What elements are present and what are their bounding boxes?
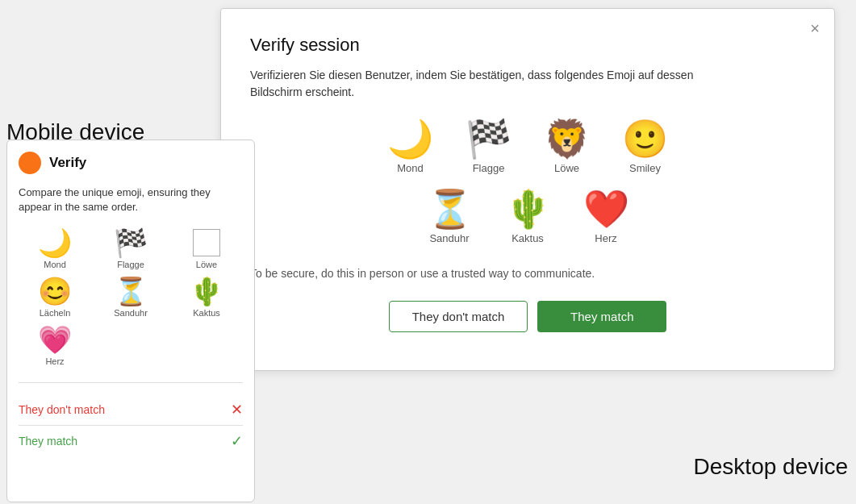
mobile-emoji-laecheln: 😊 Lächeln [19,277,91,318]
desktop-emoji-kaktus: 🌵 Kaktus [505,190,551,244]
desktop-emoji-flagge: 🏁 Flagge [466,120,512,174]
desktop-emoji-smiley: 🙂 Smiley [622,120,668,174]
desktop-emoji-herz: ❤️ Herz [583,190,629,244]
mobile-dont-match-label: They don't match [19,403,105,416]
emoji-laecheln: 😊 [38,277,72,305]
desktop-dialog: × Verify session Verifizieren Sie diesen… [220,8,835,371]
desktop-emoji-mond: 🌙 Mond [387,120,433,174]
desktop-emoji-flagge-label: Flagge [473,162,505,174]
desktop-emoji-loewe: 🦁 Löwe [544,120,590,174]
emoji-sanduhr: ⏳ [114,277,148,305]
emoji-label-loewe: Löwe [196,260,217,269]
dialog-close-button[interactable]: × [810,20,820,36]
dialog-title: Verify session [250,35,805,56]
desktop-emoji-smiley-icon: 🙂 [622,120,668,157]
mobile-emoji-loewe: Löwe [170,229,243,269]
mobile-card: Verify Compare the unique emoji, ensurin… [6,140,255,502]
desktop-emoji-loewe-icon: 🦁 [544,120,590,157]
desktop-emoji-sanduhr-icon: ⏳ [427,190,473,227]
mobile-verify-title: Verify [49,155,86,171]
desktop-emoji-row1: 🌙 Mond 🏁 Flagge 🦁 Löwe 🙂 Smiley [250,120,805,174]
desktop-emoji-row2: ⏳ Sanduhr 🌵 Kaktus ❤️ Herz [250,190,805,244]
mobile-match-icon: ✓ [231,432,243,450]
desktop-emoji-flagge-icon: 🏁 [466,120,512,157]
emoji-label-kaktus: Kaktus [193,308,220,318]
mobile-device-label: Mobile device [6,119,144,145]
mobile-emoji-mond: 🌙 Mond [19,229,91,269]
dialog-description: Verifizieren Sie diesen Benutzer, indem … [250,67,734,101]
emoji-label-laecheln: Lächeln [40,308,71,318]
desktop-emoji-herz-label: Herz [595,232,616,244]
desktop-emoji-kaktus-icon: 🌵 [505,190,551,227]
secure-text: To be secure, do this in person or use a… [250,267,805,280]
desktop-emoji-loewe-label: Löwe [554,162,579,174]
emoji-label-flagge: Flagge [117,260,144,269]
desktop-emoji-smiley-label: Smiley [629,162,661,174]
dont-match-button[interactable]: They don't match [389,301,528,332]
dialog-buttons: They don't match They match [250,301,805,332]
orange-dot-icon [19,152,41,174]
mobile-action-match[interactable]: They match ✓ [19,426,243,456]
mobile-divider-1 [19,382,243,383]
mobile-emoji-herz: 💗 Herz [19,326,91,366]
emoji-loewe-box [193,229,220,256]
emoji-label-herz: Herz [45,356,64,366]
mobile-emoji-flagge: 🏁 Flagge [94,229,167,269]
mobile-card-header: Verify [19,152,243,174]
emoji-mond: 🌙 [38,229,72,256]
emoji-herz: 💗 [38,326,72,353]
mobile-emoji-grid: 🌙 Mond 🏁 Flagge Löwe 😊 Lächeln ⏳ Sanduhr… [19,229,243,366]
emoji-flagge: 🏁 [114,229,148,256]
mobile-match-label: They match [19,435,77,448]
mobile-emoji-kaktus: 🌵 Kaktus [170,277,243,318]
emoji-label-sanduhr: Sanduhr [114,308,148,318]
mobile-description: Compare the unique emoji, ensuring they … [19,185,243,215]
emoji-kaktus: 🌵 [190,277,223,305]
desktop-device-label: Desktop device [694,454,848,480]
desktop-emoji-herz-icon: ❤️ [583,190,629,227]
desktop-emoji-kaktus-label: Kaktus [512,232,544,244]
desktop-emoji-sanduhr: ⏳ Sanduhr [427,190,473,244]
desktop-emoji-sanduhr-label: Sanduhr [429,232,469,244]
emoji-label-mond: Mond [44,260,66,269]
desktop-emoji-mond-label: Mond [397,162,424,174]
mobile-action-dont-match[interactable]: They don't match ✕ [19,394,243,425]
match-button[interactable]: They match [537,301,666,332]
desktop-emoji-mond-icon: 🌙 [387,120,433,157]
mobile-emoji-sanduhr: ⏳ Sanduhr [94,277,167,318]
mobile-dont-match-icon: ✕ [231,401,243,419]
